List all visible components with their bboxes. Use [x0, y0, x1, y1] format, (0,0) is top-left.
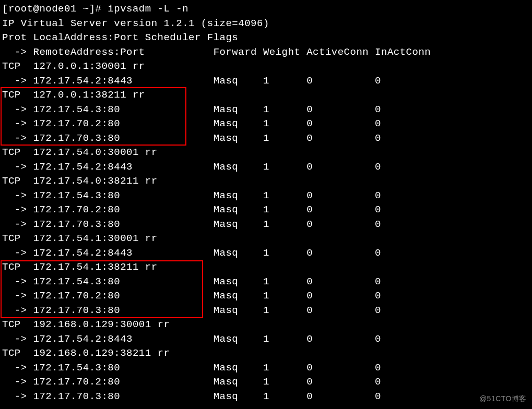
table-header-1: Prot LocalAddress:Port Scheduler Flags	[2, 31, 532, 45]
real-server-line: -> 172.17.70.2:80 Masq 1 0 0	[2, 375, 532, 390]
real-server-line: -> 172.17.70.2:80 Masq 1 0 0	[2, 289, 532, 304]
real-server-line: -> 172.17.70.3:80 Masq 1 0 0	[2, 131, 532, 146]
real-server-line: -> 172.17.54.3:80 Masq 1 0 0	[2, 275, 532, 290]
real-server-line: -> 172.17.70.3:80 Masq 1 0 0	[2, 218, 532, 232]
virtual-service-line: TCP 172.17.54.1:30001 rr	[2, 232, 532, 246]
real-server-line: -> 172.17.54.2:8443 Masq 1 0 0	[2, 74, 532, 89]
table-header-2: -> RemoteAddress:Port Forward Weight Act…	[2, 45, 532, 60]
virtual-service-line: TCP 127.0.0.1:38211 rr	[2, 88, 532, 103]
virtual-service-line: TCP 172.17.54.0:30001 rr	[2, 146, 532, 160]
real-server-line: -> 172.17.54.2:8443 Masq 1 0 0	[2, 332, 532, 347]
real-server-line: -> 172.17.70.3:80 Masq 1 0 0	[2, 390, 532, 404]
watermark-text: @51CTO博客	[479, 392, 527, 406]
virtual-service-line: TCP 192.168.0.129:38211 rr	[2, 346, 532, 361]
virtual-service-line: TCP 127.0.0.1:30001 rr	[2, 59, 532, 74]
terminal-prompt-line[interactable]: [root@node01 ~]# ipvsadm -L -n	[2, 2, 532, 17]
virtual-service-line: TCP 172.17.54.0:38211 rr	[2, 174, 532, 189]
real-server-line: -> 172.17.70.2:80 Masq 1 0 0	[2, 117, 532, 131]
ipvs-version-line: IP Virtual Server version 1.2.1 (size=40…	[2, 17, 532, 31]
real-server-line: -> 172.17.54.3:80 Masq 1 0 0	[2, 103, 532, 117]
virtual-service-line: TCP 192.168.0.129:30001 rr	[2, 318, 532, 332]
real-server-line: -> 172.17.54.2:8443 Masq 1 0 0	[2, 246, 532, 261]
real-server-line: -> 172.17.70.2:80 Masq 1 0 0	[2, 203, 532, 218]
real-server-line: -> 172.17.54.2:8443 Masq 1 0 0	[2, 160, 532, 175]
real-server-line: -> 172.17.54.3:80 Masq 1 0 0	[2, 361, 532, 376]
virtual-service-line: TCP 172.17.54.1:38211 rr	[2, 260, 532, 275]
real-server-line: -> 172.17.70.3:80 Masq 1 0 0	[2, 304, 532, 318]
ipvs-services-list: TCP 127.0.0.1:30001 rr -> 172.17.54.2:84…	[2, 59, 532, 404]
real-server-line: -> 172.17.54.3:80 Masq 1 0 0	[2, 189, 532, 203]
